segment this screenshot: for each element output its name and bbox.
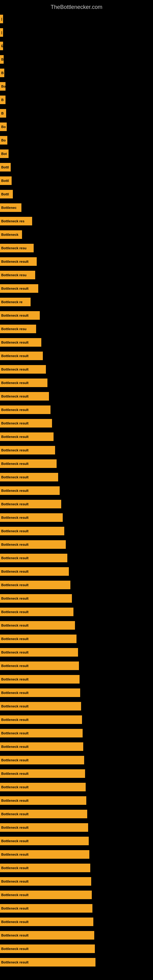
bar: Bottleneck: [0, 230, 22, 239]
bar-row: Bottleneck result: [0, 673, 153, 686]
bar-label: Bottleneck re: [1, 300, 22, 304]
bar: Bottleneck result: [0, 635, 76, 643]
bar-label: Bottleneck result: [1, 772, 29, 775]
bar-row: Bottleneck result: [0, 902, 153, 915]
bar: Bottleneck result: [0, 823, 88, 832]
bar: Bottleneck result: [0, 379, 48, 387]
bar-label: E: [1, 44, 3, 48]
bar-row: Bot: [0, 147, 153, 161]
bar-label: Bottleneck result: [1, 570, 29, 573]
bar-row: B: [0, 107, 153, 120]
bar: B: [0, 68, 4, 77]
bar: Bottleneck result: [0, 864, 90, 872]
bar-label: Bottleneck result: [1, 542, 29, 546]
bar-row: Bottleneck result: [0, 349, 153, 363]
bar: Bottleneck result: [0, 567, 69, 576]
bar: Bottleneck result: [0, 527, 64, 535]
bar: Bottleneck result: [0, 769, 85, 778]
bar-row: |: [0, 26, 153, 39]
bar: Bottleneck result: [0, 311, 40, 320]
bar-row: Bottleneck result: [0, 700, 153, 713]
bar: Bottleneck result: [0, 850, 89, 859]
bar-row: Bottleneck result: [0, 376, 153, 390]
bar-label: Bottleneck result: [1, 866, 29, 870]
bar-row: Bottleneck resu: [0, 268, 153, 282]
bar-label: Bottleneck resu: [1, 327, 27, 331]
bar-row: Bottleneck result: [0, 309, 153, 322]
bar: |: [0, 28, 3, 37]
bar: Bottleneck result: [0, 338, 41, 347]
bar: Bottleneck result: [0, 486, 60, 495]
bar: Bottleneck result: [0, 648, 78, 657]
bar-label: Bottleneck result: [1, 880, 29, 883]
bar-row: Bottleneck re: [0, 295, 153, 309]
bar-row: Bottleneck result: [0, 915, 153, 929]
bar-label: Bottleneck result: [1, 637, 29, 641]
bar: Bottleneck result: [0, 554, 67, 562]
bar-row: Bottleneck res: [0, 215, 153, 228]
bar-row: Bottl: [0, 188, 153, 201]
bar: Bottl: [0, 163, 11, 172]
bar-row: Bottleneck result: [0, 470, 153, 484]
bar: Bottl: [0, 190, 13, 199]
bar-row: Bottleneck result: [0, 807, 153, 821]
bar-row: Bottleneck result: [0, 605, 153, 619]
bar-row: Bottleneck result: [0, 794, 153, 807]
bar-row: Bottleneck result: [0, 390, 153, 403]
bar-label: Bottleneck result: [1, 516, 29, 519]
bar-label: Bottleneck result: [1, 449, 29, 452]
bar: Bottleneck result: [0, 446, 55, 455]
bar-row: Bottleneck result: [0, 578, 153, 592]
bar-label: Bottleneck result: [1, 651, 29, 654]
bar-row: B: [0, 93, 153, 107]
bar-row: Bottleneck result: [0, 551, 153, 565]
bar-label: Bottleneck result: [1, 583, 29, 587]
bar-row: Bottleneck result: [0, 888, 153, 902]
bar-label: Bottleneck result: [1, 758, 29, 762]
site-title: TheBottlenecker.com: [0, 2, 153, 13]
bar: Bot: [0, 150, 9, 158]
bar-row: Bottleneck result: [0, 336, 153, 349]
bar-row: Bottleneck result: [0, 929, 153, 942]
bar-label: Bottleneck result: [1, 920, 29, 924]
bar-row: Bottleneck result: [0, 956, 153, 969]
bar-row: Bottleneck result: [0, 659, 153, 673]
bar-label: |: [1, 17, 2, 21]
bar: Bo: [0, 136, 7, 145]
bar-row: |: [0, 12, 153, 26]
bars-container: ||EBBBoBBBoBoBotBottlBottlBottlBottlenec…: [0, 12, 153, 969]
bar: Bottleneck result: [0, 257, 37, 266]
bar-label: Bot: [1, 152, 7, 156]
bar: Bottleneck re: [0, 298, 30, 306]
bar: B: [0, 95, 5, 104]
bar-label: Bottleneck res: [1, 219, 24, 223]
bar-label: Bottleneck result: [1, 610, 29, 614]
bar: Bottleneck result: [0, 365, 46, 374]
bar-row: Bottleneck result: [0, 565, 153, 578]
bar-row: Bo: [0, 134, 153, 147]
bar-row: Bottleneck: [0, 228, 153, 241]
bar-label: Bottleneck result: [1, 678, 29, 681]
bar-label: Bottleneck result: [1, 313, 29, 317]
bar-row: Bottleneck result: [0, 686, 153, 700]
bar: Bottleneck result: [0, 742, 83, 751]
bar: Bottleneck result: [0, 594, 72, 603]
bar: Bottleneck result: [0, 810, 87, 818]
bar-row: Bottleneck result: [0, 821, 153, 834]
bar-label: Bottl: [1, 165, 9, 169]
bar-row: Bottleneck result: [0, 753, 153, 767]
bar: Bottleneck result: [0, 406, 51, 414]
bar-label: Bottlenec: [1, 206, 16, 210]
bar-row: Bottleneck result: [0, 403, 153, 417]
bar-label: Bottleneck result: [1, 408, 29, 412]
bar-row: B: [0, 66, 153, 80]
bar-label: B: [1, 98, 4, 102]
bar-label: Bottleneck result: [1, 286, 29, 290]
bar: Bottleneck result: [0, 460, 57, 468]
bar-label: Bottleneck result: [1, 785, 29, 789]
bar-label: B: [1, 111, 4, 115]
bar: Bottleneck result: [0, 513, 63, 522]
bar: Bottleneck result: [0, 729, 83, 737]
bar: B: [0, 55, 4, 64]
bar: Bottleneck result: [0, 540, 66, 549]
